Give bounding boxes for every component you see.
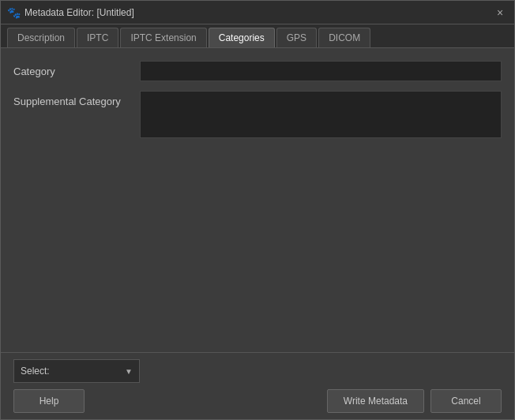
tab-iptc-extension[interactable]: IPTC Extension: [120, 28, 206, 47]
supplemental-category-input[interactable]: [140, 91, 502, 138]
right-buttons: Write Metadata Cancel: [327, 389, 502, 413]
tab-dicom[interactable]: DICOM: [318, 28, 370, 47]
select-label: Select:: [21, 366, 50, 377]
tabs-bar: Description IPTC IPTC Extension Categori…: [1, 24, 514, 48]
content-area: Category Supplemental Category: [1, 48, 514, 352]
button-row: Help Write Metadata Cancel: [13, 389, 502, 413]
tab-iptc[interactable]: IPTC: [77, 28, 118, 47]
title-bar-left: 🐾 Metadata Editor: [Untitled]: [7, 6, 134, 19]
tab-categories[interactable]: Categories: [209, 28, 275, 47]
app-icon: 🐾: [7, 6, 20, 19]
tab-description[interactable]: Description: [7, 28, 75, 47]
title-bar: 🐾 Metadata Editor: [Untitled] ×: [1, 1, 514, 24]
bottom-area: Select: ▼ Help Write Metadata Cancel: [1, 352, 514, 419]
category-row: Category: [13, 61, 502, 81]
write-metadata-button[interactable]: Write Metadata: [327, 389, 424, 413]
category-input[interactable]: [140, 61, 502, 81]
category-label: Category: [13, 61, 140, 77]
close-button[interactable]: ×: [492, 5, 508, 21]
main-window: 🐾 Metadata Editor: [Untitled] × Descript…: [0, 0, 515, 420]
help-button[interactable]: Help: [13, 389, 85, 413]
tab-gps[interactable]: GPS: [276, 28, 317, 47]
chevron-down-icon: ▼: [125, 367, 133, 376]
supplemental-category-row: Supplemental Category: [13, 91, 502, 138]
select-dropdown[interactable]: Select: ▼: [13, 359, 140, 383]
window-title: Metadata Editor: [Untitled]: [24, 7, 134, 18]
cancel-button[interactable]: Cancel: [430, 389, 502, 413]
supplemental-category-label: Supplemental Category: [13, 91, 140, 107]
